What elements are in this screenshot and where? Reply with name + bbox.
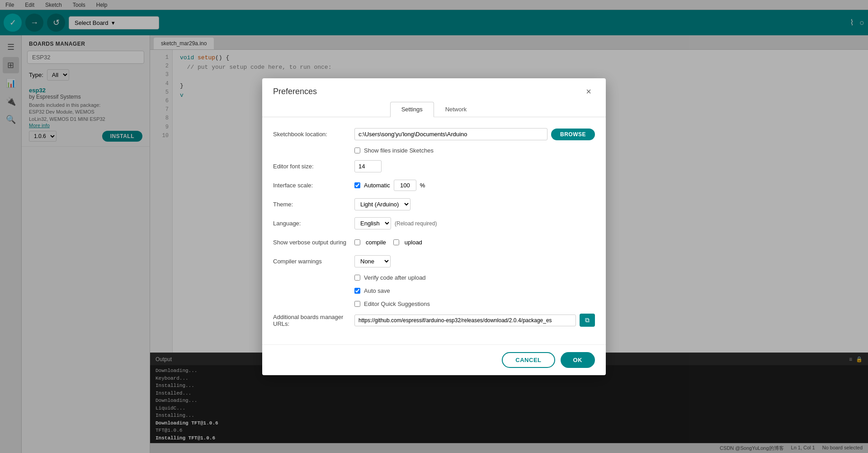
upload-checkbox[interactable] — [393, 239, 399, 245]
autosave-row: Auto save — [354, 287, 595, 294]
verify-label: Verify code after upload — [364, 274, 426, 281]
preferences-dialog: Preferences × Settings Network Sketchboo… — [262, 78, 606, 375]
url-row: ⧉ — [354, 314, 595, 327]
dialog-footer: CANCEL OK — [262, 344, 606, 375]
verify-row: Verify code after upload — [354, 274, 595, 281]
compile-checkbox[interactable] — [354, 239, 360, 245]
sketchbook-row: Sketchbook location: BROWSE — [273, 128, 595, 141]
compiler-warnings-label: Compiler warnings — [273, 258, 354, 265]
dialog-body: Sketchbook location: BROWSE Show files i… — [262, 124, 606, 344]
theme-label: Theme: — [273, 201, 354, 208]
dialog-title: Preferences — [273, 87, 317, 96]
theme-row: Theme: Light (Arduino) Dark — [273, 198, 595, 211]
autosave-checkbox[interactable] — [354, 288, 360, 294]
urls-row: Additional boards manager URLs: ⧉ — [273, 314, 595, 327]
scale-controls: Automatic % — [354, 180, 425, 191]
autosave-label: Auto save — [364, 287, 390, 294]
font-size-label: Editor font size: — [273, 163, 354, 170]
dialog-close-button[interactable]: × — [582, 86, 595, 98]
automatic-label: Automatic — [364, 182, 390, 189]
automatic-checkbox[interactable] — [354, 182, 360, 188]
verbose-row: Show verbose output during compile uploa… — [273, 236, 595, 249]
upload-label: upload — [405, 239, 422, 246]
interface-scale-label: Interface scale: — [273, 182, 354, 189]
urls-input[interactable] — [354, 315, 576, 326]
ok-button[interactable]: OK — [561, 352, 595, 368]
verbose-controls: compile upload — [354, 239, 422, 246]
sketchbook-label: Sketchbook location: — [273, 131, 354, 138]
verify-checkbox[interactable] — [354, 275, 360, 281]
font-size-row: Editor font size: — [273, 160, 595, 173]
show-files-checkbox[interactable] — [354, 148, 360, 153]
show-files-row: Show files inside Sketches — [354, 147, 595, 154]
language-row: Language: English 中文 (Reload required) — [273, 217, 595, 230]
sketchbook-input[interactable] — [354, 128, 547, 140]
scale-input[interactable] — [394, 180, 416, 191]
language-select[interactable]: English 中文 — [354, 217, 391, 229]
dialog-header: Preferences × — [262, 78, 606, 102]
tab-network[interactable]: Network — [434, 102, 478, 117]
browse-button[interactable]: BROWSE — [551, 129, 595, 140]
theme-select[interactable]: Light (Arduino) Dark — [354, 198, 410, 210]
cancel-button[interactable]: CANCEL — [502, 352, 555, 368]
scale-unit: % — [420, 182, 425, 189]
quick-suggestions-row: Editor Quick Suggestions — [354, 300, 595, 307]
font-size-input[interactable] — [354, 160, 382, 172]
quick-suggestions-checkbox[interactable] — [354, 301, 360, 307]
quick-suggestions-label: Editor Quick Suggestions — [364, 300, 430, 307]
dialog-overlay: Preferences × Settings Network Sketchboo… — [0, 0, 868, 453]
interface-scale-row: Interface scale: Automatic % — [273, 179, 595, 192]
show-files-label: Show files inside Sketches — [364, 147, 434, 154]
compiler-warnings-select[interactable]: None Default More All — [354, 255, 391, 267]
language-label: Language: — [273, 220, 354, 227]
url-copy-button[interactable]: ⧉ — [580, 314, 595, 327]
urls-label: Additional boards manager URLs: — [273, 314, 354, 327]
tab-settings[interactable]: Settings — [390, 102, 434, 117]
verbose-label: Show verbose output during — [273, 239, 354, 246]
dialog-tabs: Settings Network — [262, 102, 606, 117]
reload-note: (Reload required) — [395, 220, 437, 227]
compiler-warnings-row: Compiler warnings None Default More All — [273, 255, 595, 268]
compile-label: compile — [366, 239, 386, 246]
